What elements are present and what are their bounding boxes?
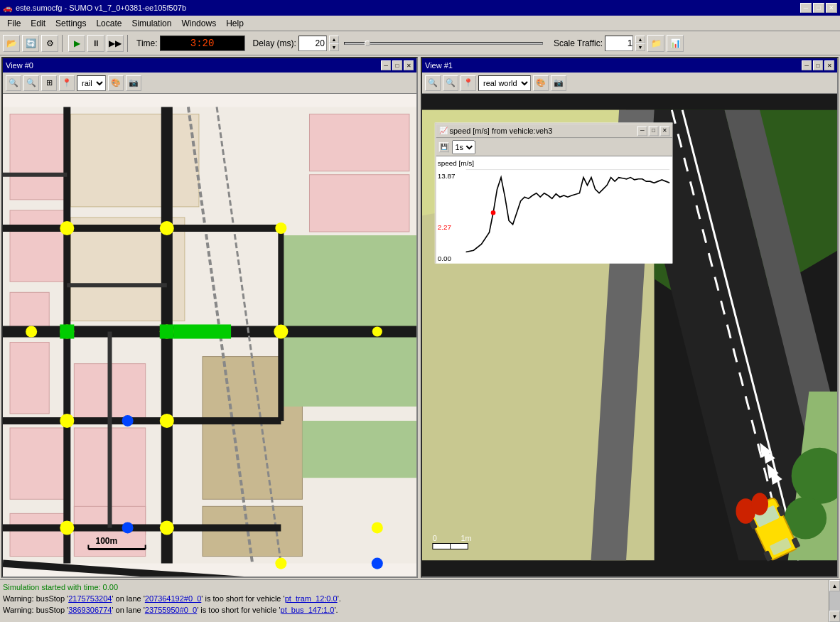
map0-svg: 100m [3,94,416,577]
status-scrollbar[interactable]: ▲ ▼ [829,580,840,622]
settings-button[interactable]: ⚙ [41,35,58,52]
time-display: 3:20 [160,36,245,51]
step-button[interactable]: ⏸ [87,35,104,52]
svg-point-36 [274,324,288,338]
svg-rect-6 [10,513,67,556]
scale-up[interactable]: ▲ [635,36,645,43]
delay-spinner[interactable]: ▲ ▼ [329,36,339,51]
view1-canvas: 📈 speed [m/s] from vehicle:veh3 ─ □ ✕ 💾 [422,94,837,577]
reload-button[interactable]: 🔄 [22,35,39,52]
scale-input[interactable] [605,36,633,51]
svg-point-32 [60,221,74,235]
svg-rect-47 [174,324,231,338]
scroll-up-btn[interactable]: ▲ [829,580,840,591]
scale-spinner[interactable]: ▲ ▼ [635,36,645,51]
view1-minimize[interactable]: ─ [802,60,812,70]
view1-maximize[interactable]: □ [813,60,823,70]
view1-mode-select[interactable]: real world [478,75,531,91]
view-panel-0: View #0 ─ □ ✕ 🔍 🔍 ⊞ 📍 rail 🎨 📷 [1,57,418,578]
maximize-button[interactable]: □ [813,3,824,13]
view1-toolbar: 🔍 🔍 📍 real world 🎨 📷 [422,73,837,94]
svg-point-39 [60,520,74,535]
status-line2-id1[interactable]: 2175753204 [68,594,112,603]
color-btn[interactable]: 🎨 [108,75,124,91]
svg-rect-46 [60,324,74,338]
view0-minimize[interactable]: ─ [381,60,391,70]
zoom-out-btn[interactable]: 🔍 [23,75,39,91]
menu-settings[interactable]: Settings [51,17,90,30]
chart-svg [465,163,669,262]
svg-point-49 [122,415,134,427]
chart-interval-select[interactable]: 1s [452,140,476,154]
svg-point-50 [372,558,383,569]
minimize-button[interactable]: ─ [800,3,812,13]
menu-file[interactable]: File [3,17,25,30]
status-line3-lane1[interactable]: 23755950#0_0 [145,606,197,614]
scroll-down-btn[interactable]: ▼ [829,611,840,622]
svg-point-40 [160,520,174,535]
speed-chart-maximize[interactable]: □ [649,126,659,136]
open-button[interactable]: 📂 [3,35,20,52]
speed-chart-minimize[interactable]: ─ [637,126,647,136]
chart-ymax: 13.87 [438,172,456,180]
view1-title: View #1 [425,61,453,70]
play-button[interactable]: ▶ [68,35,85,52]
view0-close[interactable]: ✕ [404,60,414,70]
fast-forward-button[interactable]: ▶▶ [107,35,124,52]
chart-y0: 0.00 [438,254,451,262]
view0-mode-select[interactable]: rail [77,75,106,91]
status-line3-id1[interactable]: 3869306774 [68,606,112,614]
delay-down[interactable]: ▼ [329,43,339,51]
svg-point-48 [122,522,134,533]
status-line3-mid1: ' on lane ' [112,606,144,614]
delay-up[interactable]: ▲ [329,36,339,43]
scroll-track[interactable] [829,591,840,611]
svg-point-43 [372,522,383,533]
menu-bar: File Edit Settings Locate Simulation Win… [0,16,840,31]
view0-maximize[interactable]: □ [392,60,402,70]
status-line2-lane1[interactable]: 207364192#0_0 [145,594,202,603]
locate-btn[interactable]: 📍 [59,75,75,91]
speed-chart-close[interactable]: ✕ [660,126,670,136]
scale-down[interactable]: ▼ [635,43,645,51]
folder-button[interactable]: 📁 [647,35,664,52]
view1-titlebar: View #1 ─ □ ✕ [422,58,837,73]
svg-text:100m: 100m [95,536,117,546]
status-line3-veh1[interactable]: pt_bus_147:1.0 [281,606,335,614]
svg-text:0: 0 [433,534,437,542]
status-line2-end1: '. [338,594,341,603]
svg-rect-2 [10,210,67,281]
menu-windows[interactable]: Windows [177,17,220,30]
screenshot-btn[interactable]: 📷 [126,75,141,91]
svg-rect-1 [10,114,67,199]
delay-slider[interactable] [344,42,543,45]
view0-controls: ─ □ ✕ [381,60,414,70]
zoom-in-btn[interactable]: 🔍 [6,75,21,91]
chart-button[interactable]: 📊 [667,35,684,52]
svg-rect-12 [281,235,416,407]
status-line2-veh1[interactable]: pt_tram_12:0.0 [285,594,338,603]
menu-locate[interactable]: Locate [92,17,126,30]
svg-rect-13 [302,421,416,478]
speed-chart-body: speed [m/s] 13.87 2.27 0.00 [436,156,673,263]
view1-close[interactable]: ✕ [824,60,834,70]
menu-edit[interactable]: Edit [26,17,50,30]
view0-canvas: 100m [3,94,416,577]
map1-svg: 📈 speed [m/s] from vehicle:veh3 ─ □ ✕ 💾 [422,94,837,577]
close-button[interactable]: ✕ [826,3,837,13]
menu-help[interactable]: Help [222,17,248,30]
color-btn-1[interactable]: 🎨 [533,75,549,91]
status-line3-end1: '. [334,606,338,614]
speed-chart-titlebar: 📈 speed [m/s] from vehicle:veh3 ─ □ ✕ [436,124,673,139]
menu-simulation[interactable]: Simulation [127,17,176,30]
zoom-in-btn-1[interactable]: 🔍 [425,75,441,91]
app-icon: 🚗 [3,4,13,13]
locate-btn-1[interactable]: 📍 [461,75,476,91]
view-panel-1: View #1 ─ □ ✕ 🔍 🔍 📍 real world 🎨 📷 [421,57,839,578]
save-chart-btn[interactable]: 💾 [439,142,449,152]
screenshot-btn-1[interactable]: 📷 [551,75,566,91]
zoom-out-btn-1[interactable]: 🔍 [443,75,458,91]
svg-point-37 [60,414,74,428]
delay-input[interactable] [298,36,327,51]
fit-btn[interactable]: ⊞ [41,75,57,91]
